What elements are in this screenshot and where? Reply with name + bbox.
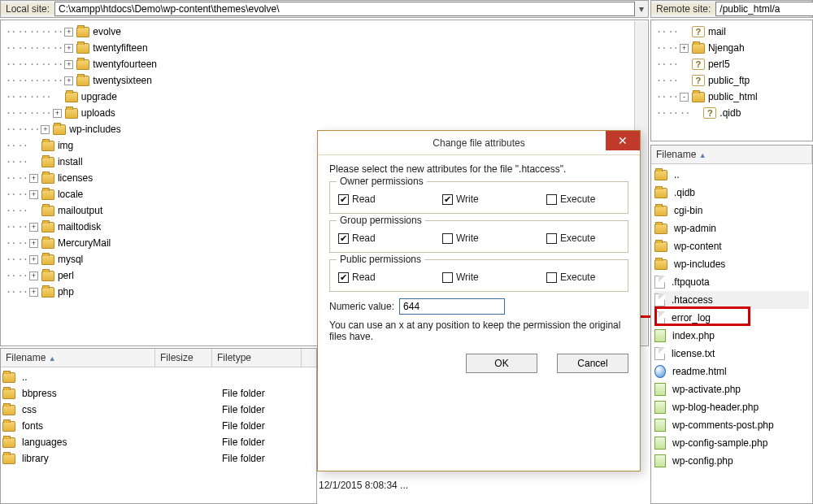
collapse-icon[interactable]: - <box>680 93 689 102</box>
checkbox-icon <box>546 272 557 283</box>
list-item[interactable]: .. <box>654 166 809 184</box>
unknown-icon: ? <box>703 107 716 119</box>
tree-item[interactable]: ······?.qidb <box>656 105 811 121</box>
folder-icon <box>654 188 667 198</box>
list-item[interactable]: wp-config-sample.php <box>654 434 809 452</box>
list-item[interactable]: wp-comments-post.php <box>654 416 809 434</box>
file-name: wp-blog-header.php <box>669 402 759 413</box>
write-checkbox[interactable]: Write <box>442 232 507 244</box>
expand-icon[interactable]: + <box>29 174 38 183</box>
tree-item-label: twentyfifteen <box>93 40 147 56</box>
tree-item-label: img <box>58 137 73 154</box>
write-checkbox[interactable]: ✔Write <box>442 193 507 205</box>
ok-button[interactable]: OK <box>466 354 537 373</box>
col-filesize[interactable]: Filesize <box>155 349 212 367</box>
execute-checkbox[interactable]: Execute <box>546 232 611 244</box>
read-checkbox[interactable]: ✔Read <box>338 272 403 283</box>
close-icon[interactable]: ✕ <box>606 131 640 150</box>
tree-item[interactable]: ····?mail <box>656 24 811 40</box>
remote-path-input[interactable] <box>715 2 813 16</box>
dialog-titlebar[interactable]: Change file attributes ✕ <box>318 131 640 155</box>
list-item[interactable]: bbpressFile folder <box>2 385 315 402</box>
tree-item[interactable]: ····-public_html <box>656 89 811 105</box>
folder-icon <box>654 206 667 216</box>
file-type: File folder <box>219 420 265 432</box>
tree-item-label: uploads <box>81 105 115 121</box>
list-item[interactable]: wp-admin <box>654 219 809 237</box>
list-item[interactable]: wp-content <box>654 237 809 255</box>
execute-checkbox[interactable]: Execute <box>546 272 611 283</box>
list-item[interactable]: readme.html <box>654 363 809 380</box>
tree-item[interactable]: ········upgrade <box>6 89 646 105</box>
remote-site-label: Remote site: <box>651 3 715 15</box>
expand-icon[interactable]: + <box>64 28 73 37</box>
list-item[interactable]: languagesFile folder <box>2 434 315 450</box>
list-item[interactable]: libraryFile folder <box>2 450 315 467</box>
list-item[interactable]: index.php <box>654 327 809 345</box>
unknown-icon: ? <box>692 59 705 70</box>
permission-group: Group permissions✔ReadWriteExecute <box>329 220 628 253</box>
expand-icon[interactable]: + <box>29 190 38 199</box>
list-item[interactable]: cgi-bin <box>654 202 809 219</box>
tree-item-label: wp-includes <box>69 121 120 137</box>
folder-icon <box>654 170 667 180</box>
tree-item[interactable]: ····?perl5 <box>656 56 811 72</box>
checkbox-label: Read <box>352 193 376 205</box>
list-item[interactable]: .. <box>2 369 315 385</box>
tree-item[interactable]: ··········+twentysixteen <box>6 72 646 89</box>
col-filetype[interactable]: Filetype <box>212 349 302 367</box>
expand-icon[interactable]: + <box>29 272 38 280</box>
tree-item-label: evolve <box>93 24 121 40</box>
execute-checkbox[interactable]: Execute <box>546 193 611 205</box>
folder-icon <box>65 92 78 102</box>
chevron-down-icon[interactable]: ▾ <box>635 3 648 15</box>
tree-item[interactable]: ····?public_ftp <box>656 72 811 89</box>
list-item[interactable]: fontsFile folder <box>2 418 315 434</box>
list-item[interactable]: wp-config.php <box>654 452 809 470</box>
tree-item-label: upgrade <box>81 89 117 105</box>
read-checkbox[interactable]: ✔Read <box>338 193 403 205</box>
numeric-value-input[interactable] <box>399 298 505 315</box>
list-item[interactable]: wp-activate.php <box>654 380 809 398</box>
folder-icon <box>654 241 667 252</box>
list-item[interactable]: .ftpquota <box>654 273 809 291</box>
remote-list-header[interactable]: Filename ▲ <box>651 146 812 164</box>
folder-icon <box>76 59 89 70</box>
expand-icon[interactable]: + <box>29 223 38 232</box>
expand-icon[interactable]: + <box>41 125 50 134</box>
tree-item[interactable]: ··········+twentyfourteen <box>6 56 646 72</box>
tree-item[interactable]: ··········+evolve <box>6 24 646 40</box>
tree-item[interactable]: ··········+twentyfifteen <box>6 40 646 56</box>
folder-icon <box>76 76 89 86</box>
file-name: languages <box>19 437 162 448</box>
expand-icon[interactable]: + <box>29 239 38 248</box>
read-checkbox[interactable]: ✔Read <box>338 232 403 244</box>
tree-item[interactable]: ····+Njengah <box>656 40 811 56</box>
write-checkbox[interactable]: Write <box>442 272 507 283</box>
list-item[interactable]: wp-blog-header.php <box>654 398 809 416</box>
expand-icon[interactable]: + <box>680 44 689 53</box>
tree-item[interactable]: ········+uploads <box>6 105 646 121</box>
file-icon <box>654 347 665 360</box>
tree-item-label: perl <box>58 267 74 284</box>
local-path-input[interactable] <box>54 2 635 16</box>
list-item[interactable]: wp-includes <box>654 255 809 273</box>
local-list-header[interactable]: Filename ▲ Filesize Filetype <box>1 349 316 367</box>
cancel-button[interactable]: Cancel <box>557 354 628 373</box>
expand-icon[interactable]: + <box>64 44 73 53</box>
expand-icon[interactable]: + <box>64 76 73 85</box>
folder-icon <box>76 27 89 37</box>
checkbox-icon <box>546 194 557 205</box>
expand-icon[interactable]: + <box>29 288 38 297</box>
expand-icon[interactable]: + <box>64 60 73 69</box>
folder-icon <box>41 271 54 281</box>
expand-icon[interactable]: + <box>53 109 62 118</box>
expand-icon[interactable]: + <box>29 255 38 264</box>
dialog-hint: You can use an x at any position to keep… <box>329 319 628 342</box>
list-item[interactable]: .qidb <box>654 184 809 202</box>
file-name: wp-config.php <box>669 455 733 467</box>
list-item[interactable]: license.txt <box>654 345 809 363</box>
list-item[interactable]: cssFile folder <box>2 402 315 418</box>
checkbox-label: Write <box>456 272 479 283</box>
tree-item-label: MercuryMail <box>58 235 111 251</box>
